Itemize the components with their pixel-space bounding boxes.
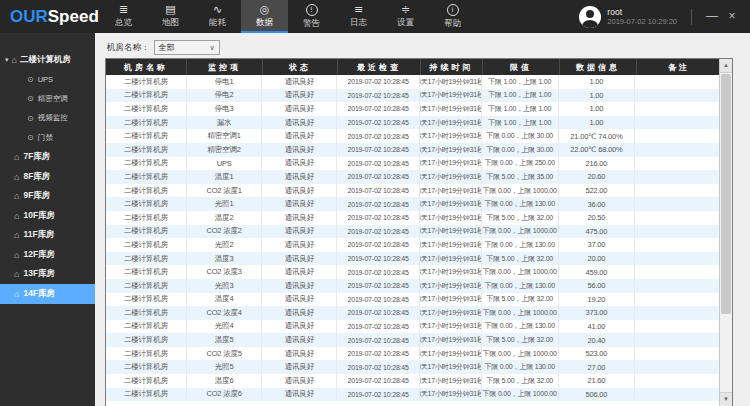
scroll-up-icon[interactable]: ▲ xyxy=(720,59,732,73)
main-nav: ≣总览▤地图∿能耗◎数据!警告≡日志≑设置i帮助 xyxy=(100,0,476,33)
sidebar-item-11f-storeroom[interactable]: ⌂11F库房 xyxy=(0,226,95,246)
table-cell: 停电1 xyxy=(187,75,263,89)
table-cell xyxy=(635,197,719,211)
nav-item-logs[interactable]: ≡日志 xyxy=(335,0,382,33)
nav-item-map[interactable]: ▤地图 xyxy=(147,0,194,33)
table-row[interactable]: 二楼计算机房温度1通讯良好2019-07-02 10:28:453天17小时19… xyxy=(106,170,719,184)
chevron-down-icon[interactable]: ▾ xyxy=(5,56,9,64)
sidebar-item-7f-storeroom[interactable]: ⌂7F库房 xyxy=(0,148,95,168)
table-row[interactable]: 二楼计算机房光照4通讯良好2019-07-02 10:28:453天17小时19… xyxy=(106,320,719,334)
sidebar-subitem-ups[interactable]: ⊙UPS xyxy=(0,70,95,90)
table-cell: 通讯良好 xyxy=(262,184,337,198)
table-cell: 温度2 xyxy=(187,211,263,225)
sidebar-subitem-precision-ac[interactable]: ⊙精密空调 xyxy=(0,89,95,109)
sidebar-item-label: 13F库房 xyxy=(23,268,55,280)
table-row[interactable]: 二楼计算机房温度6通讯良好2019-07-02 10:28:453天17小时19… xyxy=(106,374,719,388)
table-cell: 二楼计算机房 xyxy=(106,225,187,239)
sidebar-item-14f-storeroom[interactable]: ⌂14F库房 xyxy=(0,284,95,304)
help-icon: i xyxy=(447,4,459,16)
table-row[interactable]: 二楼计算机房精密空调2通讯良好2019-07-02 10:28:453天17小时… xyxy=(106,143,719,157)
sidebar-item-10f-storeroom[interactable]: ⌂10F库房 xyxy=(0,206,95,226)
table-cell: 20.50 xyxy=(559,211,636,225)
table-row[interactable]: 二楼计算机房停电2通讯良好2019-07-02 10:28:453天17小时19… xyxy=(106,89,719,103)
room-filter-select[interactable]: 全部 ∨ xyxy=(154,40,220,55)
table-cell: UPS xyxy=(187,157,263,171)
table-row[interactable]: 二楼计算机房漏水通讯良好2019-07-02 10:28:453天17小时19分… xyxy=(106,116,719,130)
table-row[interactable]: 二楼计算机房温度3通讯良好2019-07-02 10:28:453天17小时19… xyxy=(106,252,719,266)
sidebar-subitem-door-access[interactable]: ⊙门禁 xyxy=(0,128,95,148)
table-cell: 温度4 xyxy=(187,293,263,307)
table-row[interactable]: 二楼计算机房UPS通讯良好2019-07-02 10:28:453天17小时19… xyxy=(106,157,719,171)
table-row[interactable]: 二楼计算机房温度5通讯良好2019-07-02 10:28:453天17小时19… xyxy=(106,333,719,347)
table-cell: 通讯良好 xyxy=(262,102,337,116)
column-header-duration: 持续时间 xyxy=(421,59,483,75)
table-row[interactable]: 二楼计算机房温度2通讯良好2019-07-02 10:28:453天17小时19… xyxy=(106,211,719,225)
nav-item-data[interactable]: ◎数据 xyxy=(241,0,288,33)
nav-item-overview[interactable]: ≣总览 xyxy=(100,0,147,33)
sidebar-item-13f-storeroom[interactable]: ⌂13F库房 xyxy=(0,265,95,285)
table-cell: 下限 0.00，上限 1000.00 xyxy=(482,347,559,361)
avatar-person-icon xyxy=(586,10,594,18)
table-cell: 温度6 xyxy=(187,374,263,388)
nav-item-label: 数据 xyxy=(256,17,273,29)
nav-item-help[interactable]: i帮助 xyxy=(429,0,476,33)
table-cell: 2019-07-02 10:28:45 xyxy=(337,320,420,334)
avatar[interactable] xyxy=(579,6,601,28)
sidebar-item-label: 8F库房 xyxy=(23,171,50,183)
table-cell xyxy=(635,238,719,252)
sidebar-subitem-label: 精密空调 xyxy=(38,94,68,104)
table-cell: 1.00 xyxy=(559,116,636,130)
table-cell: CO2 浓度1 xyxy=(187,184,263,198)
column-header-room: 机房名称 xyxy=(106,59,187,75)
table-row[interactable]: 二楼计算机房光照1通讯良好2019-07-02 10:28:453天17小时19… xyxy=(106,197,719,211)
minimize-button[interactable]: — xyxy=(702,0,722,33)
sidebar-subitem-label: UPS xyxy=(38,75,53,84)
table-cell: 3天17小时19分钟31秒 xyxy=(420,143,482,157)
sidebar-item-12f-storeroom[interactable]: ⌂12F库房 xyxy=(0,245,95,265)
wave-icon: ∿ xyxy=(213,4,222,15)
table-cell: 二楼计算机房 xyxy=(106,211,187,225)
table-cell: 二楼计算机房 xyxy=(106,89,187,103)
table-cell: 下限 0.00，上限 1000.00 xyxy=(482,225,559,239)
table-cell: 二楼计算机房 xyxy=(106,333,187,347)
table-row[interactable]: 二楼计算机房光照3通讯良好2019-07-02 10:28:453天17小时19… xyxy=(106,279,719,293)
table-row[interactable]: 二楼计算机房温度4通讯良好2019-07-02 10:28:453天17小时19… xyxy=(106,293,719,307)
sidebar-item-9f-storeroom[interactable]: ⌂9F库房 xyxy=(0,187,95,207)
scrollbar-thumb[interactable] xyxy=(721,74,731,314)
table-cell: 2019-07-02 10:28:45 xyxy=(337,89,420,103)
table-row[interactable]: 二楼计算机房精密空调1通讯良好2019-07-02 10:28:453天17小时… xyxy=(106,129,719,143)
table-row[interactable]: 二楼计算机房CO2 浓度3通讯良好2019-07-02 10:28:453天17… xyxy=(106,265,719,279)
column-header-item: 监控项 xyxy=(187,59,263,75)
table-cell: 475.00 xyxy=(559,225,636,239)
filter-row: 机房名称： 全部 ∨ xyxy=(107,40,220,55)
table-row[interactable]: 二楼计算机房CO2 浓度2通讯良好2019-07-02 10:28:453天17… xyxy=(106,225,719,239)
table-row[interactable]: 二楼计算机房停电1通讯良好2019-07-02 10:28:453天17小时19… xyxy=(106,75,719,89)
nav-item-alerts[interactable]: !警告 xyxy=(288,0,335,33)
close-button[interactable]: × xyxy=(722,0,742,33)
table-cell xyxy=(635,320,719,334)
table-row[interactable]: 二楼计算机房CO2 浓度4通讯良好2019-07-02 10:28:453天17… xyxy=(106,306,719,320)
alert-icon: ! xyxy=(306,4,318,16)
table-cell xyxy=(635,252,719,266)
sidebar-item-label: 12F库房 xyxy=(23,249,55,261)
nav-item-energy[interactable]: ∿能耗 xyxy=(194,0,241,33)
table-row[interactable]: 二楼计算机房CO2 浓度5通讯良好2019-07-02 10:28:453天17… xyxy=(106,347,719,361)
table-cell: 3天17小时19分钟31秒 xyxy=(420,157,482,171)
sidebar-item-2f-computer-room[interactable]: ▾ ⌂ 二楼计算机房 xyxy=(0,50,95,70)
nav-item-settings[interactable]: ≑设置 xyxy=(382,0,429,33)
table-row[interactable]: 二楼计算机房光照2通讯良好2019-07-02 10:28:453天17小时19… xyxy=(106,238,719,252)
vertical-scrollbar[interactable]: ▲ ▼ xyxy=(719,59,732,406)
table-cell: 下限 0.00，上限 1000.00 xyxy=(482,265,559,279)
table-row[interactable]: 二楼计算机房CO2 浓度6通讯良好2019-07-02 10:28:453天17… xyxy=(106,388,719,402)
table-row[interactable]: 二楼计算机房停电3通讯良好2019-07-02 10:28:453天17小时19… xyxy=(106,102,719,116)
table-row[interactable]: 二楼计算机房光照5通讯良好2019-07-02 10:28:453天17小时19… xyxy=(106,360,719,374)
sliders-icon: ≑ xyxy=(401,4,410,15)
sidebar-item-8f-storeroom[interactable]: ⌂8F库房 xyxy=(0,167,95,187)
table-cell xyxy=(635,116,719,130)
table-cell: 2019-07-02 10:28:45 xyxy=(337,170,420,184)
sidebar-subitem-video-surveillance[interactable]: ⊙视频监控 xyxy=(0,109,95,129)
scroll-down-icon[interactable]: ▼ xyxy=(720,392,732,406)
table-row[interactable]: 二楼计算机房CO2 浓度1通讯良好2019-07-02 10:28:453天17… xyxy=(106,184,719,198)
table-cell: 下限 0.00，上限 130.00 xyxy=(482,320,559,334)
sidebar-item-label: 14F库房 xyxy=(23,288,55,300)
